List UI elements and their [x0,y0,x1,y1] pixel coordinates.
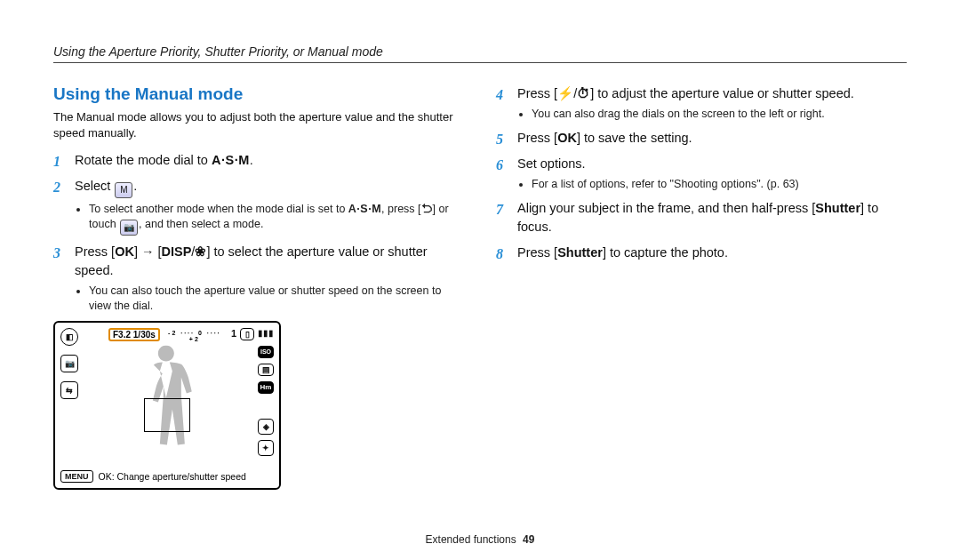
right-column: Press [⚡/⏱] to adjust the aperture value… [496,84,907,490]
step-4: Press [⚡/⏱] to adjust the aperture value… [496,84,907,122]
camera-lcd-screenshot: ◧ 📷 ⇆ F3.2 1/30s -2 ···· 0 ···· +2 1 ▯ ▮… [53,321,281,490]
flash-icon: ⚡ [557,86,573,100]
lcd-battery-icon: ▮▮▮ [258,328,274,340]
step-1: Rotate the mode dial to A·S·M. [53,151,464,170]
disp-button-glyph: DISP [162,244,192,259]
lcd-bracket-icon: ◈ [258,419,274,435]
s2note-mid: , press [ [381,203,420,215]
s2note-pre: To select another mode when the mode dia… [89,203,348,215]
lcd-shots-remaining: 1 [231,328,236,340]
lcd-mode-icon: ◧ [60,328,78,346]
lcd-exposure-readout: F3.2 1/30s [108,328,160,341]
s2note-glyph: A·S·M [348,202,381,217]
back-icon: ⮌ [421,203,433,215]
step-3-note: You can also touch the aperture value or… [89,284,464,314]
lcd-size-icon: Hm [258,381,274,394]
lcd-focus-frame [144,398,190,432]
ok-button-glyph-2: OK [557,131,577,145]
step-2-note: To select another mode when the mode dia… [89,202,464,236]
mode-dial-asm-glyph: A·S·M [212,151,250,170]
s5-post: ] to save the setting. [577,131,692,145]
lcd-camera-icon: 📷 [60,355,78,372]
s4-pre: Press [ [517,86,557,100]
s5-pre: Press [ [517,131,557,145]
lcd-ev-scale: -2 ···· 0 ···· +2 [164,330,226,339]
s4-post: ] to adjust the aperture value or shutte… [590,86,854,100]
step-1-pre: Rotate the mode dial to [75,153,212,167]
footer-section: Extended functions [426,533,516,546]
step-2: Select M. To select another mode when th… [53,177,464,236]
step-6: Set options. For a list of options, refe… [496,155,907,192]
ok-button-glyph: OK [115,244,134,259]
step-2-pre: Select [75,179,114,193]
s3-pre: Press [ [75,244,115,259]
page-footer: Extended functions 49 [0,533,960,546]
step-6-note: For a list of options, refer to "Shootin… [532,177,907,192]
s2note-end: , and then select a mode. [139,218,263,230]
lcd-filter-icon: ✦ [258,440,274,456]
manual-mode-icon: M [115,182,132,198]
step-5: Press [OK] to save the setting. [496,129,907,148]
footer-page-number: 49 [523,533,534,546]
s8-post: ] to capture the photo. [603,245,728,260]
camera-touch-icon: 📷 [120,220,138,236]
breadcrumb: Using the Aperture Priority, Shutter Pri… [53,44,907,63]
s7-pre: Align your subject in the frame, and the… [517,201,815,215]
step-2-post: . [133,179,137,193]
s3-mid: ] → [ [134,244,162,259]
steps-left: Rotate the mode dial to A·S·M. Select M.… [53,151,464,314]
shutter-label-2: Shutter [557,245,603,260]
section-title: Using the Manual mode [53,84,464,104]
timer-icon: ⏱ [577,86,590,100]
shutter-label: Shutter [815,201,860,215]
macro-icon: ❀ [195,244,206,259]
left-column: Using the Manual mode The Manual mode al… [53,84,464,490]
lcd-card-icon: ▯ [240,328,254,340]
lcd-iso-icon: ISO [258,346,274,358]
steps-right: Press [⚡/⏱] to adjust the aperture value… [496,84,907,262]
step-1-post: . [250,153,253,167]
s8-pre: Press [ [517,245,557,260]
lcd-quality-icon: ▤ [258,364,274,376]
step-3: Press [OK] → [DISP/❀] to select the aper… [53,243,464,314]
lcd-menu-button: MENU [60,470,93,483]
step-4-note: You can also drag the dials on the scree… [532,107,907,122]
intro-text: The Manual mode allows you to adjust bot… [53,109,464,140]
s6-text: Set options. [517,156,586,171]
step-8: Press [Shutter] to capture the photo. [496,244,907,262]
lcd-help-text: OK: Change aperture/shutter speed [99,471,246,482]
lcd-switch-icon: ⇆ [60,381,78,399]
step-7: Align your subject in the frame, and the… [496,199,907,236]
